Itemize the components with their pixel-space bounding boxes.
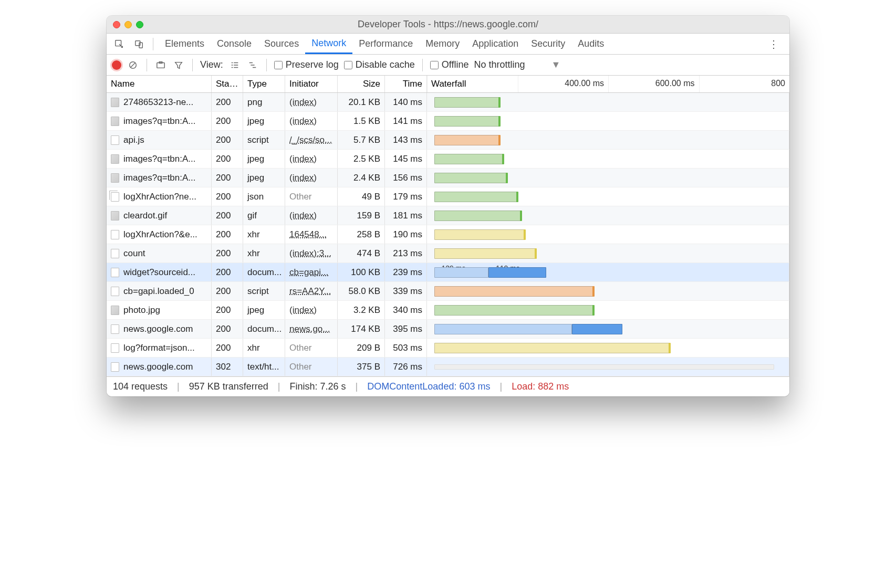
initiator-link[interactable]: news.go... bbox=[289, 324, 330, 334]
cell-name[interactable]: widget?sourceid... bbox=[107, 263, 212, 281]
cell-initiator[interactable]: (index) bbox=[285, 301, 338, 319]
file-icon bbox=[111, 324, 119, 334]
table-row[interactable]: widget?sourceid...200docum...cb=gapi...1… bbox=[107, 263, 789, 282]
cell-name[interactable]: api.js bbox=[107, 131, 212, 149]
cell-waterfall bbox=[427, 206, 789, 225]
cell-name[interactable]: images?q=tbn:A... bbox=[107, 169, 212, 187]
cell-name[interactable]: news.google.com bbox=[107, 320, 212, 338]
cell-name[interactable]: images?q=tbn:A... bbox=[107, 112, 212, 130]
cell-name[interactable]: 2748653213-ne... bbox=[107, 93, 212, 111]
cell-name[interactable]: log?format=json... bbox=[107, 339, 212, 357]
table-row[interactable]: count200xhr(index):3...474 B213 ms bbox=[107, 244, 789, 263]
cell-initiator[interactable]: (index) bbox=[285, 169, 338, 187]
col-initiator[interactable]: Initiator bbox=[285, 76, 338, 92]
cell-name[interactable]: cleardot.gif bbox=[107, 206, 212, 225]
window-title: Developer Tools - https://news.google.co… bbox=[107, 19, 789, 30]
tab-performance[interactable]: Performance bbox=[352, 34, 419, 54]
cell-initiator[interactable]: (index) bbox=[285, 93, 338, 111]
tab-memory[interactable]: Memory bbox=[419, 34, 466, 54]
cell-type: xhr bbox=[243, 339, 285, 357]
table-row[interactable]: log?format=json...200xhrOther209 B503 ms bbox=[107, 339, 789, 358]
cell-type: jpeg bbox=[243, 301, 285, 319]
col-name[interactable]: Name bbox=[107, 76, 212, 92]
cell-name[interactable]: cb=gapi.loaded_0 bbox=[107, 282, 212, 300]
preserve-log-checkbox[interactable]: Preserve log bbox=[274, 59, 339, 70]
tab-console[interactable]: Console bbox=[211, 34, 258, 54]
cell-initiator[interactable]: 164548... bbox=[285, 225, 338, 244]
cell-initiator[interactable]: (index) bbox=[285, 206, 338, 225]
tab-sources[interactable]: Sources bbox=[258, 34, 305, 54]
table-row[interactable]: images?q=tbn:A...200jpeg(index)2.5 KB145… bbox=[107, 150, 789, 169]
large-rows-icon[interactable] bbox=[228, 59, 241, 71]
cell-name[interactable]: images?q=tbn:A... bbox=[107, 150, 212, 168]
table-row[interactable]: news.google.com200docum...news.go...174 … bbox=[107, 320, 789, 339]
table-row[interactable]: images?q=tbn:A...200jpeg(index)1.5 KB141… bbox=[107, 112, 789, 131]
cell-time: 190 ms bbox=[385, 225, 427, 244]
status-finish: Finish: 7.26 s bbox=[290, 381, 346, 392]
initiator-link[interactable]: 164548... bbox=[289, 229, 327, 240]
initiator-link[interactable]: rs=AA2Y... bbox=[289, 286, 331, 297]
cell-initiator[interactable]: /_/scs/so... bbox=[285, 131, 338, 149]
cell-initiator[interactable]: news.go... bbox=[285, 320, 338, 338]
cell-name[interactable]: logXhrAction?&e... bbox=[107, 225, 212, 244]
col-type[interactable]: Type bbox=[243, 76, 285, 92]
cell-initiator[interactable]: Other bbox=[285, 187, 338, 206]
record-button[interactable] bbox=[112, 60, 121, 70]
initiator-link[interactable]: (index) bbox=[289, 97, 317, 108]
table-row[interactable]: 2748653213-ne...200png(index)20.1 KB140 … bbox=[107, 93, 789, 112]
cell-initiator[interactable]: Other bbox=[285, 339, 338, 357]
cell-initiator[interactable]: (index) bbox=[285, 150, 338, 168]
table-row[interactable]: logXhrAction?&e...200xhr164548...258 B19… bbox=[107, 225, 789, 244]
table-row[interactable]: cleardot.gif200gif(index)159 B181 ms bbox=[107, 206, 789, 225]
inspect-element-icon[interactable] bbox=[111, 36, 128, 52]
col-waterfall[interactable]: Waterfall 400.00 ms600.00 ms800 bbox=[427, 76, 789, 92]
col-size[interactable]: Size bbox=[338, 76, 385, 92]
table-row[interactable]: news.google.com302text/ht...Other375 B72… bbox=[107, 358, 789, 376]
initiator-link[interactable]: (index) bbox=[289, 154, 317, 164]
table-row[interactable]: photo.jpg200jpeg(index)3.2 KB340 ms bbox=[107, 301, 789, 320]
cell-name[interactable]: photo.jpg bbox=[107, 301, 212, 319]
col-status[interactable]: Stat... bbox=[212, 76, 243, 92]
more-menu-icon[interactable]: ⋮ bbox=[762, 38, 785, 50]
cell-waterfall bbox=[427, 112, 789, 130]
cell-name[interactable]: count bbox=[107, 244, 212, 262]
cell-name[interactable]: news.google.com bbox=[107, 358, 212, 376]
initiator-link[interactable]: (index) bbox=[289, 211, 317, 221]
table-row[interactable]: images?q=tbn:A...200jpeg(index)2.4 KB156… bbox=[107, 169, 789, 187]
file-name: logXhrAction?ne... bbox=[123, 192, 196, 202]
initiator-link[interactable]: (index) bbox=[289, 305, 317, 316]
cell-initiator[interactable]: (index) bbox=[285, 112, 338, 130]
filter-icon[interactable] bbox=[172, 59, 185, 71]
cell-initiator[interactable]: (index):3... bbox=[285, 244, 338, 262]
cell-initiator[interactable]: rs=AA2Y... bbox=[285, 282, 338, 300]
offline-checkbox[interactable]: Offline bbox=[430, 59, 469, 70]
cell-name[interactable]: logXhrAction?ne... bbox=[107, 187, 212, 206]
table-row[interactable]: api.js200script/_/scs/so...5.7 KB143 ms bbox=[107, 131, 789, 150]
tab-security[interactable]: Security bbox=[525, 34, 571, 54]
table-row[interactable]: cb=gapi.loaded_0200scriptrs=AA2Y...58.0 … bbox=[107, 282, 789, 301]
device-toggle-icon[interactable] bbox=[131, 36, 148, 52]
cell-initiator[interactable]: cb=gapi... bbox=[285, 263, 338, 281]
file-icon bbox=[111, 249, 119, 258]
initiator-link[interactable]: (index) bbox=[289, 173, 317, 183]
clear-icon[interactable] bbox=[127, 59, 139, 71]
cell-type: script bbox=[243, 282, 285, 300]
initiator-link[interactable]: cb=gapi... bbox=[289, 267, 328, 278]
waterfall-overview-icon[interactable] bbox=[246, 59, 259, 71]
capture-screenshot-icon[interactable] bbox=[154, 59, 167, 71]
tab-application[interactable]: Application bbox=[466, 34, 525, 54]
tab-audits[interactable]: Audits bbox=[571, 34, 610, 54]
file-icon bbox=[111, 362, 119, 372]
initiator-link[interactable]: /_/scs/so... bbox=[289, 135, 332, 145]
tab-network[interactable]: Network bbox=[305, 34, 352, 54]
cell-initiator[interactable]: Other bbox=[285, 358, 338, 376]
col-time[interactable]: Time bbox=[385, 76, 427, 92]
table-header: Name Stat... Type Initiator Size Time Wa… bbox=[107, 76, 789, 93]
tab-elements[interactable]: Elements bbox=[159, 34, 211, 54]
initiator-link[interactable]: (index) bbox=[289, 116, 317, 127]
throttling-select[interactable]: No throttling ▼ bbox=[474, 59, 561, 70]
initiator-link[interactable]: (index):3... bbox=[289, 248, 331, 259]
table-row[interactable]: logXhrAction?ne...200jsonOther49 B179 ms bbox=[107, 187, 789, 206]
cell-type: png bbox=[243, 93, 285, 111]
disable-cache-checkbox[interactable]: Disable cache bbox=[344, 59, 415, 70]
